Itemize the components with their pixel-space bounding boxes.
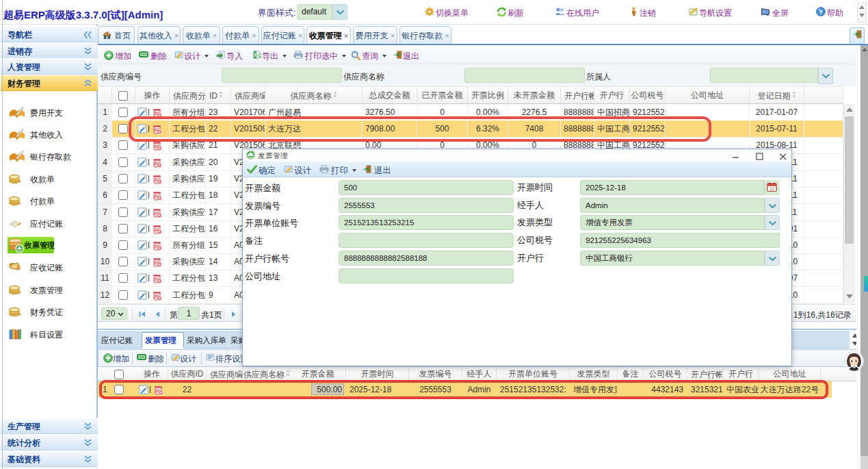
svg-text:?: ?: [819, 8, 823, 16]
svg-text:12: 12: [770, 187, 774, 191]
